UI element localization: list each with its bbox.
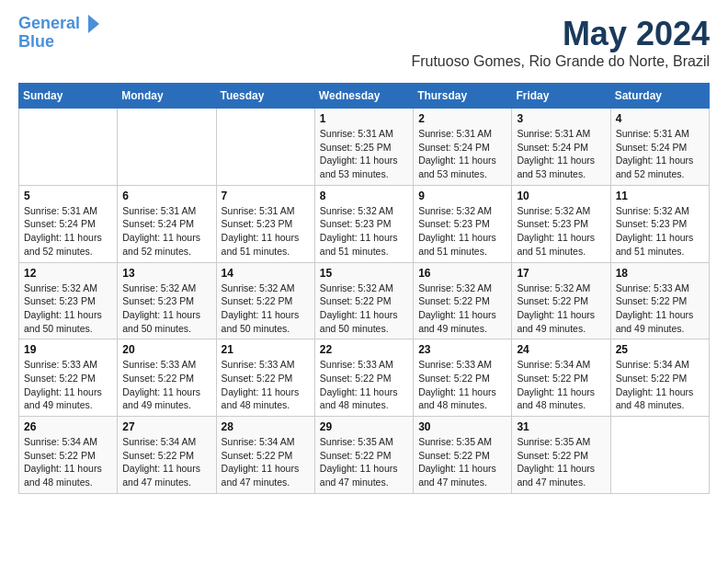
calendar-cell: 9Sunrise: 5:32 AM Sunset: 5:23 PM Daylig… xyxy=(414,185,512,262)
weekday-header: Monday xyxy=(118,84,216,109)
day-info: Sunrise: 5:32 AM Sunset: 5:23 PM Dayligh… xyxy=(616,204,704,259)
day-info: Sunrise: 5:32 AM Sunset: 5:22 PM Dayligh… xyxy=(222,282,310,336)
day-number: 1 xyxy=(320,112,408,125)
weekday-header: Sunday xyxy=(19,84,118,109)
day-info: Sunrise: 5:33 AM Sunset: 5:22 PM Dayligh… xyxy=(616,282,704,336)
day-number: 13 xyxy=(122,267,210,280)
day-info: Sunrise: 5:34 AM Sunset: 5:22 PM Dayligh… xyxy=(616,358,704,412)
calendar-cell: 15Sunrise: 5:32 AM Sunset: 5:22 PM Dayli… xyxy=(314,262,413,339)
day-number: 25 xyxy=(616,343,704,356)
day-info: Sunrise: 5:33 AM Sunset: 5:22 PM Dayligh… xyxy=(122,358,210,412)
calendar-cell: 31Sunrise: 5:35 AM Sunset: 5:22 PM Dayli… xyxy=(512,417,610,494)
logo-icon xyxy=(86,15,101,33)
calendar-cell: 4Sunrise: 5:31 AM Sunset: 5:24 PM Daylig… xyxy=(610,109,709,186)
day-info: Sunrise: 5:32 AM Sunset: 5:23 PM Dayligh… xyxy=(24,282,112,336)
calendar-cell: 18Sunrise: 5:33 AM Sunset: 5:22 PM Dayli… xyxy=(610,262,709,339)
day-number: 16 xyxy=(418,267,506,280)
calendar-cell: 16Sunrise: 5:32 AM Sunset: 5:22 PM Dayli… xyxy=(414,262,512,339)
day-info: Sunrise: 5:33 AM Sunset: 5:22 PM Dayligh… xyxy=(24,358,112,412)
title-section: May 2024 Frutuoso Gomes, Rio Grande do N… xyxy=(411,15,710,77)
weekday-header: Tuesday xyxy=(216,84,314,109)
location-title: Frutuoso Gomes, Rio Grande do Norte, Bra… xyxy=(411,53,710,70)
day-info: Sunrise: 5:33 AM Sunset: 5:22 PM Dayligh… xyxy=(320,358,408,412)
day-number: 7 xyxy=(222,190,310,202)
day-number: 26 xyxy=(24,420,112,433)
calendar-cell: 22Sunrise: 5:33 AM Sunset: 5:22 PM Dayli… xyxy=(314,339,413,417)
day-number: 19 xyxy=(24,343,112,356)
weekday-header: Thursday xyxy=(414,84,512,109)
day-info: Sunrise: 5:32 AM Sunset: 5:22 PM Dayligh… xyxy=(418,282,506,336)
calendar-week-row: 26Sunrise: 5:34 AM Sunset: 5:22 PM Dayli… xyxy=(19,417,710,494)
day-info: Sunrise: 5:35 AM Sunset: 5:22 PM Dayligh… xyxy=(418,435,506,489)
day-number: 20 xyxy=(122,343,210,356)
day-number: 4 xyxy=(616,112,704,125)
calendar-cell: 20Sunrise: 5:33 AM Sunset: 5:22 PM Dayli… xyxy=(118,339,216,417)
calendar-cell: 12Sunrise: 5:32 AM Sunset: 5:23 PM Dayli… xyxy=(19,262,118,339)
day-info: Sunrise: 5:32 AM Sunset: 5:22 PM Dayligh… xyxy=(517,282,605,336)
calendar-cell: 21Sunrise: 5:33 AM Sunset: 5:22 PM Dayli… xyxy=(216,339,314,417)
day-number: 30 xyxy=(418,420,506,433)
calendar-week-row: 19Sunrise: 5:33 AM Sunset: 5:22 PM Dayli… xyxy=(19,339,710,417)
day-number: 18 xyxy=(616,267,704,280)
calendar-cell: 29Sunrise: 5:35 AM Sunset: 5:22 PM Dayli… xyxy=(314,417,413,494)
day-info: Sunrise: 5:32 AM Sunset: 5:23 PM Dayligh… xyxy=(517,204,605,259)
calendar-cell: 19Sunrise: 5:33 AM Sunset: 5:22 PM Dayli… xyxy=(19,339,118,417)
day-info: Sunrise: 5:31 AM Sunset: 5:24 PM Dayligh… xyxy=(122,204,210,259)
weekday-header: Wednesday xyxy=(314,84,413,109)
calendar-week-row: 1Sunrise: 5:31 AM Sunset: 5:25 PM Daylig… xyxy=(19,109,710,186)
day-number: 12 xyxy=(24,267,112,280)
day-info: Sunrise: 5:31 AM Sunset: 5:24 PM Dayligh… xyxy=(24,204,112,259)
day-info: Sunrise: 5:35 AM Sunset: 5:22 PM Dayligh… xyxy=(517,435,605,489)
day-number: 17 xyxy=(517,267,605,280)
day-number: 2 xyxy=(418,112,506,125)
day-info: Sunrise: 5:31 AM Sunset: 5:23 PM Dayligh… xyxy=(222,204,310,259)
day-info: Sunrise: 5:31 AM Sunset: 5:24 PM Dayligh… xyxy=(616,127,704,181)
calendar-cell: 14Sunrise: 5:32 AM Sunset: 5:22 PM Dayli… xyxy=(216,262,314,339)
day-number: 23 xyxy=(418,343,506,356)
calendar-cell: 28Sunrise: 5:34 AM Sunset: 5:22 PM Dayli… xyxy=(216,417,314,494)
day-info: Sunrise: 5:34 AM Sunset: 5:22 PM Dayligh… xyxy=(122,435,210,489)
day-number: 28 xyxy=(222,420,310,433)
calendar-cell xyxy=(19,109,118,186)
calendar-week-row: 12Sunrise: 5:32 AM Sunset: 5:23 PM Dayli… xyxy=(19,262,710,339)
day-number: 31 xyxy=(517,420,605,433)
calendar-cell xyxy=(216,109,314,186)
day-number: 10 xyxy=(517,190,605,202)
day-number: 29 xyxy=(320,420,408,433)
calendar-cell: 5Sunrise: 5:31 AM Sunset: 5:24 PM Daylig… xyxy=(19,185,118,262)
day-info: Sunrise: 5:33 AM Sunset: 5:22 PM Dayligh… xyxy=(418,358,506,412)
calendar-cell xyxy=(610,417,709,494)
calendar-cell: 13Sunrise: 5:32 AM Sunset: 5:23 PM Dayli… xyxy=(118,262,216,339)
day-info: Sunrise: 5:33 AM Sunset: 5:22 PM Dayligh… xyxy=(222,358,310,412)
day-number: 24 xyxy=(517,343,605,356)
calendar-week-row: 5Sunrise: 5:31 AM Sunset: 5:24 PM Daylig… xyxy=(19,185,710,262)
day-info: Sunrise: 5:34 AM Sunset: 5:22 PM Dayligh… xyxy=(24,435,112,489)
day-info: Sunrise: 5:31 AM Sunset: 5:24 PM Dayligh… xyxy=(418,127,506,181)
weekday-header: Friday xyxy=(512,84,610,109)
calendar-cell: 10Sunrise: 5:32 AM Sunset: 5:23 PM Dayli… xyxy=(512,185,610,262)
calendar-cell xyxy=(118,109,216,186)
day-number: 9 xyxy=(418,190,506,202)
day-info: Sunrise: 5:31 AM Sunset: 5:24 PM Dayligh… xyxy=(517,127,605,181)
calendar-table: SundayMondayTuesdayWednesdayThursdayFrid… xyxy=(18,83,710,494)
day-info: Sunrise: 5:35 AM Sunset: 5:22 PM Dayligh… xyxy=(320,435,408,489)
day-number: 5 xyxy=(24,190,112,202)
calendar-cell: 30Sunrise: 5:35 AM Sunset: 5:22 PM Dayli… xyxy=(414,417,512,494)
day-number: 15 xyxy=(320,267,408,280)
day-info: Sunrise: 5:31 AM Sunset: 5:25 PM Dayligh… xyxy=(320,127,408,181)
calendar-cell: 26Sunrise: 5:34 AM Sunset: 5:22 PM Dayli… xyxy=(19,417,118,494)
calendar-cell: 11Sunrise: 5:32 AM Sunset: 5:23 PM Dayli… xyxy=(610,185,709,262)
day-number: 3 xyxy=(517,112,605,125)
month-title: May 2024 xyxy=(411,15,710,53)
day-info: Sunrise: 5:32 AM Sunset: 5:22 PM Dayligh… xyxy=(320,282,408,336)
svg-marker-0 xyxy=(88,15,99,33)
calendar-cell: 2Sunrise: 5:31 AM Sunset: 5:24 PM Daylig… xyxy=(414,109,512,186)
calendar-cell: 6Sunrise: 5:31 AM Sunset: 5:24 PM Daylig… xyxy=(118,185,216,262)
day-number: 27 xyxy=(122,420,210,433)
calendar-cell: 27Sunrise: 5:34 AM Sunset: 5:22 PM Dayli… xyxy=(118,417,216,494)
calendar-cell: 7Sunrise: 5:31 AM Sunset: 5:23 PM Daylig… xyxy=(216,185,314,262)
calendar-cell: 1Sunrise: 5:31 AM Sunset: 5:25 PM Daylig… xyxy=(314,109,413,186)
weekday-header-row: SundayMondayTuesdayWednesdayThursdayFrid… xyxy=(19,84,710,109)
calendar-cell: 25Sunrise: 5:34 AM Sunset: 5:22 PM Dayli… xyxy=(610,339,709,417)
calendar-cell: 17Sunrise: 5:32 AM Sunset: 5:22 PM Dayli… xyxy=(512,262,610,339)
